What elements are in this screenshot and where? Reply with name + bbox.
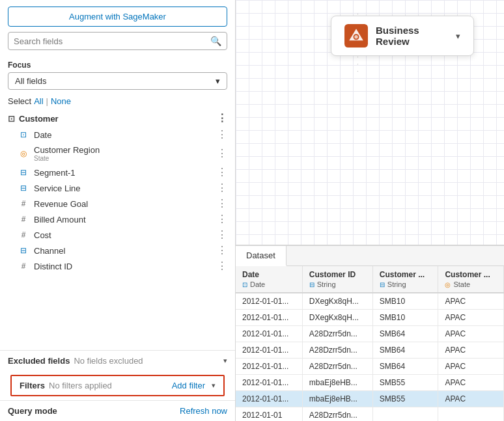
list-item[interactable]: # Revenue Goal ⋮: [0, 196, 235, 211]
focus-label: Focus: [8, 61, 227, 70]
group-name: Customer: [19, 114, 59, 124]
fields-list: ⊡ Customer ⋮ ⊡ Date ⋮ ◎ Customer RegionS…: [0, 110, 235, 350]
filters-section: Filters No filters applied Add filter ▾: [10, 375, 225, 396]
cell-custid: A28Dzrr5dn...: [302, 342, 372, 359]
string-icon: ⊟: [18, 168, 29, 177]
cell-custseg: SMB64: [372, 359, 438, 375]
focus-dropdown[interactable]: All fields ▾: [8, 72, 227, 90]
string-icon: ⊟: [18, 246, 29, 255]
list-item[interactable]: # Distinct ID ⋮: [0, 258, 235, 274]
cell-custreg: APAC: [438, 293, 504, 310]
refresh-now-link[interactable]: Refresh now: [180, 406, 227, 416]
chevron-down-icon: ▾: [216, 76, 220, 86]
field-menu-icon[interactable]: ⋮: [217, 148, 227, 159]
table-row[interactable]: 2012-01-01... DXegKx8qH... SMB10 APAC: [236, 310, 504, 326]
field-menu-icon[interactable]: ⋮: [217, 245, 227, 256]
tab-dataset[interactable]: Dataset: [236, 246, 287, 266]
focus-section: Focus All fields ▾: [0, 57, 235, 92]
field-label: Cost: [34, 230, 212, 240]
list-item[interactable]: ⊡ Date ⋮: [0, 127, 235, 143]
filters-wrapper: Filters No filters applied Add filter ▾: [0, 371, 235, 400]
cell-date: 2012-01-01: [236, 407, 302, 422]
numeric-icon: #: [18, 199, 29, 208]
cell-custseg: SMB55: [372, 391, 438, 407]
query-mode-section: Query mode Refresh now: [0, 400, 235, 421]
chevron-down-icon: ▾: [456, 31, 460, 41]
field-label: Service Line: [34, 183, 212, 193]
field-menu-icon[interactable]: ⋮: [217, 230, 227, 240]
cell-custid: DXegKx8qH...: [302, 293, 372, 310]
augment-sagemaker-button[interactable]: Augment with SageMaker: [8, 7, 227, 27]
select-divider: |: [46, 96, 48, 106]
col-type-string2: String: [387, 280, 406, 288]
svg-point-3: [354, 35, 357, 38]
chevron-down-icon: ▾: [212, 381, 216, 390]
field-label: Distinct ID: [34, 262, 212, 271]
list-item[interactable]: # Cost ⋮: [0, 227, 235, 243]
group-header: ⊡ Customer ⋮: [0, 110, 235, 127]
table-row[interactable]: 2012-01-01... DXegKx8qH... SMB10 APAC: [236, 293, 504, 310]
cell-date: 2012-01-01...: [236, 375, 302, 391]
table-row[interactable]: 2012-01-01... A28Dzrr5dn... SMB64 APAC: [236, 359, 504, 375]
field-label: Revenue Goal: [34, 199, 212, 209]
excluded-section[interactable]: Excluded fields No fields excluded ▾: [0, 350, 235, 371]
list-item[interactable]: # Billed Amount ⋮: [0, 211, 235, 227]
col-header-custseg: Customer ... ⊟ String: [372, 266, 438, 293]
cell-custid: A28Dzrr5dn...: [302, 407, 372, 422]
col-header-custid: Customer ID ⊟ String: [302, 266, 372, 293]
search-bar: 🔍: [8, 32, 227, 50]
cell-custseg: SMB64: [372, 326, 438, 342]
field-menu-icon[interactable]: ⋮: [217, 183, 227, 193]
cell-date: 2012-01-01...: [236, 391, 302, 407]
cell-custreg: APAC: [438, 310, 504, 326]
str-icon: ⊟: [380, 281, 385, 288]
excluded-label: Excluded fields: [8, 356, 70, 366]
focus-value: All fields: [15, 76, 46, 86]
select-all-link[interactable]: All: [34, 96, 43, 106]
cell-custseg: SMB10: [372, 293, 438, 310]
dataset-panel: Dataset Date ⊡ Date Customer ID: [236, 245, 504, 421]
col-header-date: Date ⊡ Date: [236, 266, 302, 293]
search-icon: 🔍: [210, 36, 221, 46]
field-label: Billed Amount: [34, 215, 212, 224]
cell-custid: mbaEj8eHB...: [302, 375, 372, 391]
list-item[interactable]: ⊟ Channel ⋮: [0, 243, 235, 258]
business-review-card[interactable]: Business Review ▾: [331, 16, 474, 56]
list-item[interactable]: ⊟ Service Line ⋮: [0, 180, 235, 196]
table-body: 2012-01-01... DXegKx8qH... SMB10 APAC 20…: [236, 293, 504, 421]
field-menu-icon[interactable]: ⋮: [217, 214, 227, 224]
add-filter-button[interactable]: Add filter: [172, 381, 205, 390]
cell-custreg: APAC: [438, 326, 504, 342]
cell-date: 2012-01-01...: [236, 293, 302, 310]
cell-custreg: APAC: [438, 342, 504, 359]
field-menu-icon[interactable]: ⋮: [217, 261, 227, 271]
list-item[interactable]: ◎ Customer RegionState ⋮: [0, 143, 235, 165]
table-row[interactable]: 2012-01-01... A28Dzrr5dn... SMB64 APAC: [236, 326, 504, 342]
field-label: Segment-1: [34, 168, 212, 178]
field-menu-icon[interactable]: ⋮: [217, 198, 227, 209]
table-row[interactable]: 2012-01-01... A28Dzrr5dn... SMB64 APAC: [236, 342, 504, 359]
field-label: Channel: [34, 246, 212, 256]
table-row[interactable]: 2012-01-01... mbaEj8eHB... SMB55 APAC: [236, 375, 504, 391]
cell-custreg: APAC: [438, 359, 504, 375]
list-item[interactable]: ⊟ Segment-1 ⋮: [0, 165, 235, 180]
left-panel: Augment with SageMaker 🔍 Focus All field…: [0, 0, 236, 421]
dim-icon: ⊡: [242, 281, 247, 288]
cell-custreg: APAC: [438, 391, 504, 407]
group-menu-icon[interactable]: ⋮: [217, 113, 227, 124]
field-menu-icon[interactable]: ⋮: [217, 167, 227, 178]
cell-custseg: SMB55: [372, 375, 438, 391]
table-row[interactable]: 2012-01-01... mbaEj8eHB... SMB55 APAC: [236, 391, 504, 407]
search-input[interactable]: [14, 36, 210, 46]
field-menu-icon[interactable]: ⋮: [217, 129, 227, 140]
cell-custseg: [372, 407, 438, 422]
col-type-state: State: [453, 280, 470, 288]
field-label: Customer RegionState: [34, 145, 212, 162]
cell-date: 2012-01-01...: [236, 326, 302, 342]
dataset-table: Date ⊡ Date Customer ID ⊟ String: [236, 266, 504, 421]
select-none-link[interactable]: None: [51, 96, 71, 106]
cell-custid: A28Dzrr5dn...: [302, 326, 372, 342]
table-row[interactable]: 2012-01-01 A28Dzrr5dn...: [236, 407, 504, 422]
filters-label: Filters: [20, 381, 45, 390]
cell-custid: DXegKx8qH...: [302, 310, 372, 326]
